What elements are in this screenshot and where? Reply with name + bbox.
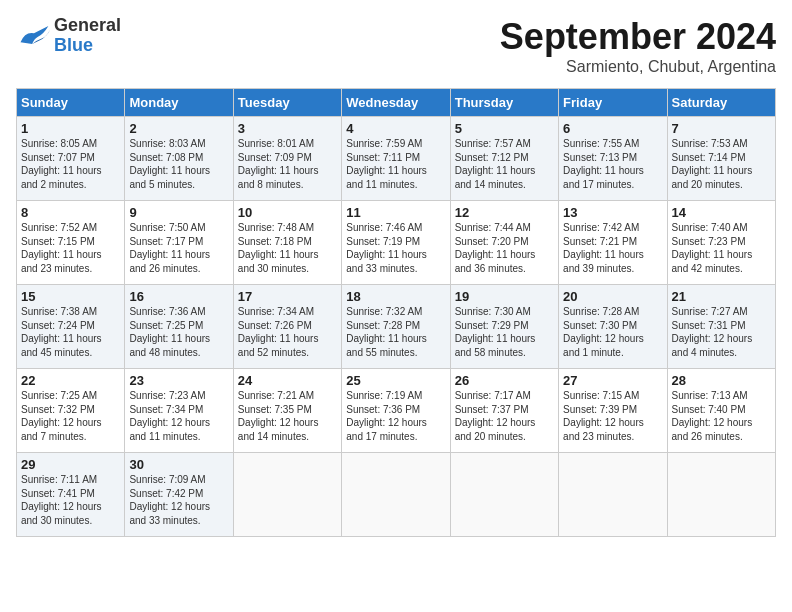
day-number: 16 — [129, 289, 228, 304]
day-cell: 12Sunrise: 7:44 AMSunset: 7:20 PMDayligh… — [450, 201, 558, 285]
day-cell: 3Sunrise: 8:01 AMSunset: 7:09 PMDaylight… — [233, 117, 341, 201]
logo-blue-text: Blue — [54, 36, 121, 56]
day-info: Sunrise: 7:09 AMSunset: 7:42 PMDaylight:… — [129, 473, 228, 527]
day-info: Sunrise: 7:21 AMSunset: 7:35 PMDaylight:… — [238, 389, 337, 443]
day-info: Sunrise: 7:23 AMSunset: 7:34 PMDaylight:… — [129, 389, 228, 443]
day-number: 3 — [238, 121, 337, 136]
column-header-monday: Monday — [125, 89, 233, 117]
logo-general-text: General — [54, 16, 121, 36]
day-cell: 29Sunrise: 7:11 AMSunset: 7:41 PMDayligh… — [17, 453, 125, 537]
day-cell — [233, 453, 341, 537]
day-number: 19 — [455, 289, 554, 304]
week-row-3: 15Sunrise: 7:38 AMSunset: 7:24 PMDayligh… — [17, 285, 776, 369]
day-cell: 22Sunrise: 7:25 AMSunset: 7:32 PMDayligh… — [17, 369, 125, 453]
day-cell: 18Sunrise: 7:32 AMSunset: 7:28 PMDayligh… — [342, 285, 450, 369]
day-number: 24 — [238, 373, 337, 388]
day-number: 7 — [672, 121, 771, 136]
calendar-header-row: SundayMondayTuesdayWednesdayThursdayFrid… — [17, 89, 776, 117]
day-info: Sunrise: 7:57 AMSunset: 7:12 PMDaylight:… — [455, 137, 554, 191]
day-info: Sunrise: 7:15 AMSunset: 7:39 PMDaylight:… — [563, 389, 662, 443]
day-info: Sunrise: 7:13 AMSunset: 7:40 PMDaylight:… — [672, 389, 771, 443]
day-cell: 8Sunrise: 7:52 AMSunset: 7:15 PMDaylight… — [17, 201, 125, 285]
column-header-sunday: Sunday — [17, 89, 125, 117]
day-cell — [450, 453, 558, 537]
day-info: Sunrise: 7:27 AMSunset: 7:31 PMDaylight:… — [672, 305, 771, 359]
day-cell: 30Sunrise: 7:09 AMSunset: 7:42 PMDayligh… — [125, 453, 233, 537]
day-cell: 15Sunrise: 7:38 AMSunset: 7:24 PMDayligh… — [17, 285, 125, 369]
day-info: Sunrise: 7:50 AMSunset: 7:17 PMDaylight:… — [129, 221, 228, 275]
day-cell: 11Sunrise: 7:46 AMSunset: 7:19 PMDayligh… — [342, 201, 450, 285]
day-number: 21 — [672, 289, 771, 304]
day-cell: 26Sunrise: 7:17 AMSunset: 7:37 PMDayligh… — [450, 369, 558, 453]
day-number: 9 — [129, 205, 228, 220]
day-cell: 13Sunrise: 7:42 AMSunset: 7:21 PMDayligh… — [559, 201, 667, 285]
day-cell: 6Sunrise: 7:55 AMSunset: 7:13 PMDaylight… — [559, 117, 667, 201]
day-info: Sunrise: 7:42 AMSunset: 7:21 PMDaylight:… — [563, 221, 662, 275]
day-number: 15 — [21, 289, 120, 304]
day-info: Sunrise: 8:05 AMSunset: 7:07 PMDaylight:… — [21, 137, 120, 191]
day-cell: 23Sunrise: 7:23 AMSunset: 7:34 PMDayligh… — [125, 369, 233, 453]
day-info: Sunrise: 7:19 AMSunset: 7:36 PMDaylight:… — [346, 389, 445, 443]
day-info: Sunrise: 7:44 AMSunset: 7:20 PMDaylight:… — [455, 221, 554, 275]
column-header-wednesday: Wednesday — [342, 89, 450, 117]
column-header-thursday: Thursday — [450, 89, 558, 117]
day-cell: 27Sunrise: 7:15 AMSunset: 7:39 PMDayligh… — [559, 369, 667, 453]
day-number: 26 — [455, 373, 554, 388]
page-header: General Blue September 2024 Sarmiento, C… — [16, 16, 776, 76]
week-row-1: 1Sunrise: 8:05 AMSunset: 7:07 PMDaylight… — [17, 117, 776, 201]
day-info: Sunrise: 8:03 AMSunset: 7:08 PMDaylight:… — [129, 137, 228, 191]
day-number: 20 — [563, 289, 662, 304]
day-cell: 9Sunrise: 7:50 AMSunset: 7:17 PMDaylight… — [125, 201, 233, 285]
day-cell — [342, 453, 450, 537]
day-info: Sunrise: 7:52 AMSunset: 7:15 PMDaylight:… — [21, 221, 120, 275]
day-cell: 24Sunrise: 7:21 AMSunset: 7:35 PMDayligh… — [233, 369, 341, 453]
day-number: 29 — [21, 457, 120, 472]
day-number: 6 — [563, 121, 662, 136]
day-cell: 1Sunrise: 8:05 AMSunset: 7:07 PMDaylight… — [17, 117, 125, 201]
calendar-title: September 2024 Sarmiento, Chubut, Argent… — [500, 16, 776, 76]
day-info: Sunrise: 7:30 AMSunset: 7:29 PMDaylight:… — [455, 305, 554, 359]
day-cell: 28Sunrise: 7:13 AMSunset: 7:40 PMDayligh… — [667, 369, 775, 453]
day-number: 2 — [129, 121, 228, 136]
day-cell: 17Sunrise: 7:34 AMSunset: 7:26 PMDayligh… — [233, 285, 341, 369]
day-number: 10 — [238, 205, 337, 220]
day-info: Sunrise: 7:38 AMSunset: 7:24 PMDaylight:… — [21, 305, 120, 359]
column-header-friday: Friday — [559, 89, 667, 117]
month-year: September 2024 — [500, 16, 776, 58]
day-info: Sunrise: 8:01 AMSunset: 7:09 PMDaylight:… — [238, 137, 337, 191]
day-number: 30 — [129, 457, 228, 472]
day-cell: 7Sunrise: 7:53 AMSunset: 7:14 PMDaylight… — [667, 117, 775, 201]
day-info: Sunrise: 7:25 AMSunset: 7:32 PMDaylight:… — [21, 389, 120, 443]
column-header-tuesday: Tuesday — [233, 89, 341, 117]
day-info: Sunrise: 7:36 AMSunset: 7:25 PMDaylight:… — [129, 305, 228, 359]
day-number: 5 — [455, 121, 554, 136]
day-cell: 14Sunrise: 7:40 AMSunset: 7:23 PMDayligh… — [667, 201, 775, 285]
day-cell: 21Sunrise: 7:27 AMSunset: 7:31 PMDayligh… — [667, 285, 775, 369]
day-info: Sunrise: 7:34 AMSunset: 7:26 PMDaylight:… — [238, 305, 337, 359]
day-number: 11 — [346, 205, 445, 220]
day-info: Sunrise: 7:32 AMSunset: 7:28 PMDaylight:… — [346, 305, 445, 359]
day-info: Sunrise: 7:55 AMSunset: 7:13 PMDaylight:… — [563, 137, 662, 191]
day-cell: 20Sunrise: 7:28 AMSunset: 7:30 PMDayligh… — [559, 285, 667, 369]
day-info: Sunrise: 7:11 AMSunset: 7:41 PMDaylight:… — [21, 473, 120, 527]
day-cell: 16Sunrise: 7:36 AMSunset: 7:25 PMDayligh… — [125, 285, 233, 369]
day-cell: 25Sunrise: 7:19 AMSunset: 7:36 PMDayligh… — [342, 369, 450, 453]
day-info: Sunrise: 7:40 AMSunset: 7:23 PMDaylight:… — [672, 221, 771, 275]
day-number: 8 — [21, 205, 120, 220]
day-number: 12 — [455, 205, 554, 220]
calendar-table: SundayMondayTuesdayWednesdayThursdayFrid… — [16, 88, 776, 537]
day-number: 4 — [346, 121, 445, 136]
column-header-saturday: Saturday — [667, 89, 775, 117]
week-row-4: 22Sunrise: 7:25 AMSunset: 7:32 PMDayligh… — [17, 369, 776, 453]
day-info: Sunrise: 7:46 AMSunset: 7:19 PMDaylight:… — [346, 221, 445, 275]
day-cell — [559, 453, 667, 537]
day-cell — [667, 453, 775, 537]
day-cell: 5Sunrise: 7:57 AMSunset: 7:12 PMDaylight… — [450, 117, 558, 201]
location: Sarmiento, Chubut, Argentina — [500, 58, 776, 76]
day-number: 1 — [21, 121, 120, 136]
day-info: Sunrise: 7:53 AMSunset: 7:14 PMDaylight:… — [672, 137, 771, 191]
day-cell: 19Sunrise: 7:30 AMSunset: 7:29 PMDayligh… — [450, 285, 558, 369]
day-info: Sunrise: 7:59 AMSunset: 7:11 PMDaylight:… — [346, 137, 445, 191]
day-number: 14 — [672, 205, 771, 220]
day-number: 22 — [21, 373, 120, 388]
